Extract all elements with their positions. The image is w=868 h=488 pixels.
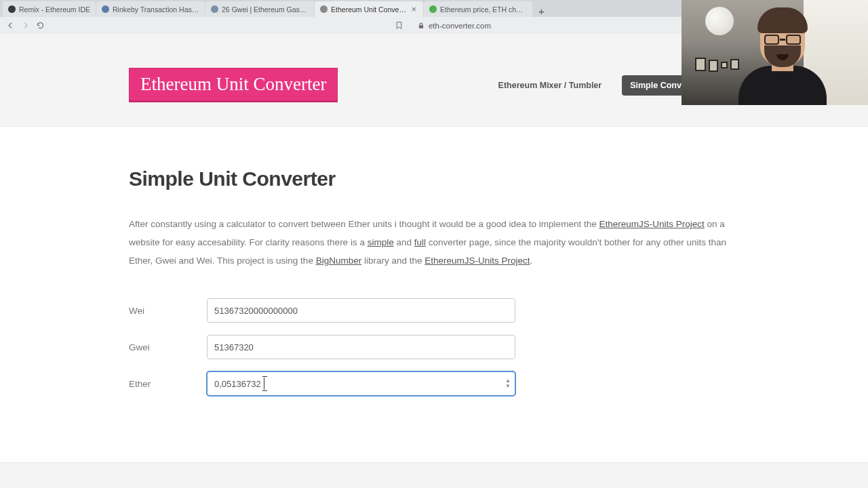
tab-ethprice[interactable]: Ethereum price, ETH chart, and ma <box>424 1 532 17</box>
webcam-overlay <box>682 0 868 105</box>
site-logo[interactable]: Ethereum Unit Converter <box>129 68 338 102</box>
tab-title: 26 Gwei | Ethereum Gas Tracker | E <box>222 5 309 14</box>
label-wei: Wei <box>129 306 207 316</box>
url-text: eth-converter.com <box>429 22 491 30</box>
nav-mixer[interactable]: Ethereum Mixer / Tumbler <box>490 75 610 96</box>
new-tab-button[interactable]: + <box>533 5 550 17</box>
lamp-decoration <box>705 7 734 35</box>
forward-icon[interactable] <box>20 21 30 30</box>
back-icon[interactable] <box>5 21 15 30</box>
label-gwei: Gwei <box>129 342 207 352</box>
link-ethereumjs-units-2[interactable]: EthereumJS-Units Project <box>425 256 530 266</box>
lock-icon <box>418 22 425 29</box>
reload-icon[interactable] <box>35 21 45 30</box>
row-ether: Ether ▲ ▼ <box>129 371 739 396</box>
favicon-icon <box>102 5 109 13</box>
tab-title: Ethereum Unit Converter | Ethe <box>331 5 406 14</box>
link-bignumber[interactable]: BigNumber <box>316 256 362 266</box>
globe-icon <box>320 5 328 13</box>
spinner-down-icon[interactable]: ▼ <box>503 384 513 389</box>
person-silhouette <box>730 0 835 105</box>
tab-title: Ethereum price, ETH chart, and ma <box>440 5 527 14</box>
label-ether: Ether <box>129 379 207 389</box>
favicon-icon <box>429 5 437 13</box>
link-simple[interactable]: simple <box>368 237 394 247</box>
bookmark-icon[interactable] <box>395 21 404 30</box>
input-wei[interactable] <box>207 298 515 323</box>
tab-remix[interactable]: Remix - Ethereum IDE <box>3 1 96 17</box>
tab-title: Remix - Ethereum IDE <box>19 5 90 14</box>
site-footer: © AVVS Blockchain Technologies | Design:… <box>0 463 868 488</box>
description: After constantly using a calculator to c… <box>129 215 739 270</box>
close-icon[interactable]: × <box>410 4 418 14</box>
favicon-icon <box>211 5 218 13</box>
link-full[interactable]: full <box>414 237 426 247</box>
main-section: Simple Unit Converter After constantly u… <box>0 126 868 463</box>
tab-ethconverter[interactable]: Ethereum Unit Converter | Ethe × <box>315 1 423 17</box>
link-ethereumjs-units[interactable]: EthereumJS-Units Project <box>599 219 704 229</box>
text-cursor-icon <box>264 378 264 390</box>
page-title: Simple Unit Converter <box>129 167 739 190</box>
row-wei: Wei <box>129 298 739 323</box>
row-gwei: Gwei <box>129 335 739 359</box>
input-gwei[interactable] <box>207 335 515 359</box>
tab-rinkeby[interactable]: Rinkeby Transaction Hash (Txhash) <box>96 1 205 17</box>
url-display[interactable]: eth-converter.com <box>418 22 491 30</box>
number-spinner: ▲ ▼ <box>503 374 513 393</box>
favicon-icon <box>8 5 16 13</box>
tab-title: Rinkeby Transaction Hash (Txhash) <box>113 5 199 14</box>
input-ether[interactable] <box>207 371 515 396</box>
tab-gastracker[interactable]: 26 Gwei | Ethereum Gas Tracker | E <box>205 1 314 17</box>
